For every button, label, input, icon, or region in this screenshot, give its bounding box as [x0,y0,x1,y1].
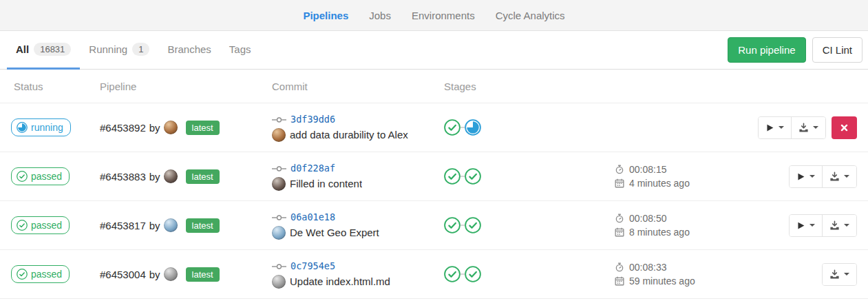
commit-cell: 3df39dd6 add data durability to Alex [272,103,444,152]
stages-cell [444,103,615,152]
by-label: by [149,171,160,183]
commit-sha-link[interactable]: 3df39dd6 [290,114,335,125]
commit-message-link[interactable]: add data durability to Alex [290,129,408,141]
mini-pipeline-graph [444,119,481,136]
stage-icon-passed[interactable] [465,266,481,282]
nav-item-jobs[interactable]: Jobs [369,10,391,21]
pipeline-author-avatar[interactable] [164,267,178,281]
chevron-down-icon [844,273,849,276]
time-cell [615,103,739,152]
ci-lint-button[interactable]: CI Lint [812,37,862,63]
status-cell: passed [11,152,100,200]
chevron-down-icon [844,175,849,178]
cancel-pipeline-button[interactable] [832,116,857,139]
tab-branches-label: Branches [167,43,211,55]
pipeline-id-link[interactable]: #6453883 [100,171,146,183]
finished-ago-text: 59 minutes ago [629,276,695,287]
manual-actions-dropdown[interactable] [790,166,822,187]
close-icon [840,123,849,132]
commit-icon [272,116,286,123]
running-pie-icon [465,119,481,136]
tab-tags[interactable]: Tags [220,31,260,70]
artifacts-dropdown[interactable] [823,264,856,285]
commit-icon [272,114,286,125]
stage-icon-passed[interactable] [444,217,461,233]
commit-author-avatar[interactable] [272,128,286,142]
by-label: by [149,220,160,231]
stage-icon-passed[interactable] [444,266,461,282]
toolbar-actions: Run pipeline CI Lint [728,31,862,69]
manual-actions-dropdown[interactable] [790,215,822,236]
latest-badge: latest [186,121,220,135]
tab-all[interactable]: All 16831 [7,31,80,70]
stopwatch-icon [615,262,624,272]
tab-running[interactable]: Running 1 [80,31,158,70]
pipeline-cell: #6453883 by latest [100,152,272,200]
tab-branches[interactable]: Branches [158,31,220,70]
commit-sha-link[interactable]: 06a01e18 [290,211,335,222]
commit-sha-link[interactable]: d0f228af [290,163,335,174]
header-pipeline: Pipeline [100,81,272,92]
commit-sha-link[interactable]: 0c7954e5 [290,260,335,271]
nav-item-cycle-analytics[interactable]: Cycle Analytics [496,10,565,21]
commit-cell: d0f228af Filled in content [272,152,444,200]
pipeline-finished-ago: 8 minutes ago [615,227,690,238]
pipeline-duration: 00:08:50 [615,213,667,224]
stopwatch-icon [615,262,624,272]
calendar-icon [615,227,624,237]
download-icon [829,220,840,231]
stage-icon-passed[interactable] [444,119,461,136]
finished-ago-text: 4 minutes ago [629,178,690,189]
tab-tags-label: Tags [229,43,251,55]
pipeline-author-avatar[interactable] [164,218,178,232]
calendar-icon [615,178,624,188]
pipeline-finished-ago: 4 minutes ago [615,178,690,189]
calendar-icon [615,227,624,237]
artifacts-dropdown[interactable] [822,215,856,236]
status-badge[interactable]: passed [11,216,70,234]
stage-icon-passed[interactable] [465,168,481,185]
run-pipeline-button[interactable]: Run pipeline [728,37,805,63]
commit-author-avatar[interactable] [272,275,286,289]
pipeline-author-avatar[interactable] [164,169,178,183]
status-badge[interactable]: running [11,118,71,136]
status-badge-label: passed [31,171,62,182]
pipeline-actions-group [789,214,857,237]
pipeline-row: running #6453892 by latest 3df39dd6 add … [0,103,868,152]
check-circle-icon [17,220,28,231]
tab-running-count: 1 [132,43,149,56]
artifacts-dropdown[interactable] [791,117,825,138]
commit-author-avatar[interactable] [272,177,286,191]
stage-icon-passed[interactable] [444,168,461,185]
check-circle-icon [444,217,461,233]
pipeline-author-avatar[interactable] [164,121,178,134]
check-circle-icon [17,269,28,280]
pipeline-id-link[interactable]: #6453817 [100,220,146,231]
nav-item-pipelines[interactable]: Pipelines [303,10,348,21]
stage-icon-running[interactable] [465,119,481,136]
stage-icon-passed[interactable] [465,217,481,233]
artifacts-dropdown[interactable] [822,166,856,187]
actions-cell [739,201,857,249]
time-cell: 00:08:15 4 minutes ago [615,152,739,200]
stopwatch-icon [615,165,624,174]
pipeline-id-link[interactable]: #6453892 [100,122,146,134]
pipeline-duration: 00:08:33 [615,262,667,273]
status-badge[interactable]: passed [11,167,70,185]
stages-cell [444,201,615,249]
status-badge[interactable]: passed [11,265,70,283]
commit-icon [272,163,286,174]
status-cell: passed [11,250,100,298]
manual-actions-dropdown[interactable] [759,117,791,138]
pipeline-row: passed #6453004 by latest 0c7954e5 Updat… [0,250,868,299]
commit-message-link[interactable]: De Wet Geo Expert [290,227,379,238]
commit-message-link[interactable]: Filled in content [290,178,362,189]
pipeline-duration: 00:08:15 [615,164,667,175]
commit-cell: 06a01e18 De Wet Geo Expert [272,201,444,249]
check-circle-icon [444,168,461,185]
nav-item-environments[interactable]: Environments [412,10,475,21]
mini-pipeline-graph [444,217,481,233]
commit-message-link[interactable]: Update index.html.md [290,276,390,287]
pipeline-id-link[interactable]: #6453004 [100,269,146,280]
commit-author-avatar[interactable] [272,226,286,240]
